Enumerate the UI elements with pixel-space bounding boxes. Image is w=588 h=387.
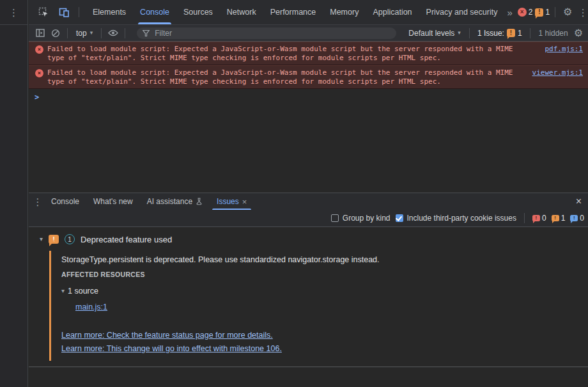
issues-counter-count: 1	[518, 29, 522, 38]
learn-more-links: Learn more: Check the feature status pag…	[61, 331, 588, 353]
console-error-row[interactable]: × Failed to load module script: Expected…	[29, 42, 588, 65]
context-label: top	[76, 29, 87, 38]
drawer-tabbar: ⋮ Console What's new AI assistance Issue…	[29, 193, 588, 210]
tab-console[interactable]: Console	[133, 0, 176, 24]
warning-icon: !	[535, 8, 543, 17]
separator	[469, 28, 470, 38]
tab-label: Console	[51, 197, 79, 206]
kebab-menu-icon[interactable]: ⋮	[9, 8, 19, 17]
warning-icon: !	[507, 29, 515, 37]
checkbox-checked-icon	[396, 214, 403, 222]
tab-privacy-and-security[interactable]: Privacy and security	[419, 0, 505, 24]
breaking-change-badge: ! 1	[552, 214, 566, 223]
filter-funnel-icon	[143, 30, 150, 36]
tabbar-right: » × 2 ! 1 ⚙ ⋮ ×	[504, 4, 588, 20]
issue-description: StorageType.persistent is deprecated. Pl…	[61, 255, 588, 264]
drawer-tab-issues[interactable]: Issues ×	[210, 193, 254, 210]
tab-application[interactable]: Application	[366, 0, 419, 24]
inspect-element-icon[interactable]	[35, 4, 52, 20]
issues-toolbar: Group by kind Include third-party cookie…	[29, 210, 588, 227]
error-bubble-icon: !	[532, 215, 540, 221]
close-tab-icon[interactable]: ×	[242, 197, 247, 207]
log-levels-dropdown[interactable]: Default levels ▾	[405, 29, 464, 38]
console-empty-area[interactable]	[29, 106, 588, 193]
source-link[interactable]: viewer.mjs:1	[523, 68, 583, 77]
source-link[interactable]: pdf.mjs:1	[536, 45, 583, 53]
tab-memory[interactable]: Memory	[323, 0, 366, 24]
include-third-party-checkbox[interactable]: Include third-party cookie issues	[396, 214, 516, 223]
expand-triangle-icon[interactable]: ▾	[40, 236, 43, 242]
learn-more-link[interactable]: Learn more: Check the feature status pag…	[61, 331, 273, 340]
error-message-text: Failed to load module script: Expected a…	[47, 68, 522, 86]
separator	[67, 28, 68, 38]
checkbox-unchecked-icon	[331, 214, 339, 222]
issues-body: ▾ ! 1 Deprecated feature used StorageTyp…	[29, 227, 588, 367]
tab-label: Console	[140, 8, 169, 17]
page-error-badge: ! 0	[532, 214, 546, 223]
drawer: ⋮ Console What's new AI assistance Issue…	[29, 193, 588, 387]
separator	[530, 28, 530, 38]
tab-label: Network	[227, 8, 256, 17]
console-messages: × Failed to load module script: Expected…	[29, 42, 588, 106]
badge-count: 1	[561, 214, 566, 223]
source-file-link[interactable]: main.js:1	[75, 303, 107, 312]
group-by-kind-checkbox[interactable]: Group by kind	[331, 214, 391, 223]
badge-count: 0	[580, 214, 584, 223]
console-settings-gear-icon[interactable]: ⚙	[574, 28, 583, 38]
chevron-down-icon: ▾	[458, 30, 461, 36]
prompt-chevron-icon: >	[35, 93, 39, 101]
tab-label: Privacy and security	[426, 8, 498, 17]
drawer-tab-console[interactable]: Console	[44, 193, 86, 210]
expand-triangle-icon: ▾	[61, 288, 65, 294]
tab-label: Performance	[270, 8, 316, 17]
drawer-tab-whats-new[interactable]: What's new	[86, 193, 140, 210]
tab-performance[interactable]: Performance	[263, 0, 323, 24]
affected-resources-heading: AFFECTED RESOURCES	[61, 271, 588, 278]
drawer-tab-ai-assistance[interactable]: AI assistance	[140, 193, 210, 210]
error-count: 2	[529, 8, 533, 17]
console-prompt[interactable]: >	[29, 89, 588, 106]
console-error-row[interactable]: × Failed to load module script: Expected…	[29, 65, 588, 89]
warning-count-badge[interactable]: ! 1	[535, 8, 550, 17]
tab-label: What's new	[93, 197, 133, 206]
filter-input[interactable]	[137, 28, 396, 39]
tab-sources[interactable]: Sources	[176, 0, 220, 24]
checkbox-label: Group by kind	[343, 214, 391, 223]
levels-label: Default levels	[408, 29, 454, 38]
improvement-badge: ! 0	[570, 214, 584, 223]
settings-gear-icon[interactable]: ⚙	[561, 4, 575, 20]
tab-network[interactable]: Network	[220, 0, 263, 24]
tab-elements[interactable]: Elements	[86, 0, 133, 24]
issue-warning-icon: !	[49, 235, 59, 244]
devtools-window: ⋮ Elements	[0, 0, 588, 387]
context-selector[interactable]: top ▾	[73, 29, 96, 38]
issues-counter[interactable]: 1 Issue: ! 1	[475, 29, 525, 38]
live-expression-eye-icon[interactable]	[107, 27, 120, 40]
device-toolbar-icon[interactable]	[56, 4, 72, 20]
error-message-text: Failed to load module script: Expected a…	[47, 45, 522, 62]
more-options-icon[interactable]: ⋮	[577, 4, 588, 20]
separator	[555, 7, 555, 17]
issue-detail: StorageType.persistent is deprecated. Pl…	[49, 251, 588, 361]
issue-header[interactable]: ▾ ! 1 Deprecated feature used	[29, 227, 588, 248]
issue-count-badge: 1	[65, 234, 75, 244]
tabbar-icons	[29, 4, 86, 20]
tab-label: Sources	[183, 8, 213, 17]
chevron-down-icon: ▾	[90, 30, 93, 36]
separator	[101, 28, 102, 38]
clear-console-icon[interactable]	[49, 27, 62, 40]
tab-label: Elements	[93, 8, 126, 17]
tab-label: Memory	[330, 8, 359, 17]
error-count-badge[interactable]: × 2	[518, 8, 533, 17]
main-tabbar: Elements Console Sources Network Perform…	[29, 0, 588, 25]
more-tabs-icon[interactable]: »	[504, 7, 514, 18]
info-bubble-icon: !	[570, 215, 578, 221]
hidden-messages-link[interactable]: 1 hidden	[536, 29, 571, 38]
beaker-icon	[196, 198, 203, 205]
separator	[125, 28, 125, 38]
drawer-more-icon[interactable]: ⋮	[31, 194, 44, 209]
close-drawer-icon[interactable]: ×	[573, 196, 584, 207]
console-sidebar-icon[interactable]	[34, 27, 47, 40]
sources-group-toggle[interactable]: ▾ 1 source	[61, 287, 588, 296]
learn-more-link[interactable]: Learn more: This change will go into eff…	[61, 344, 282, 353]
